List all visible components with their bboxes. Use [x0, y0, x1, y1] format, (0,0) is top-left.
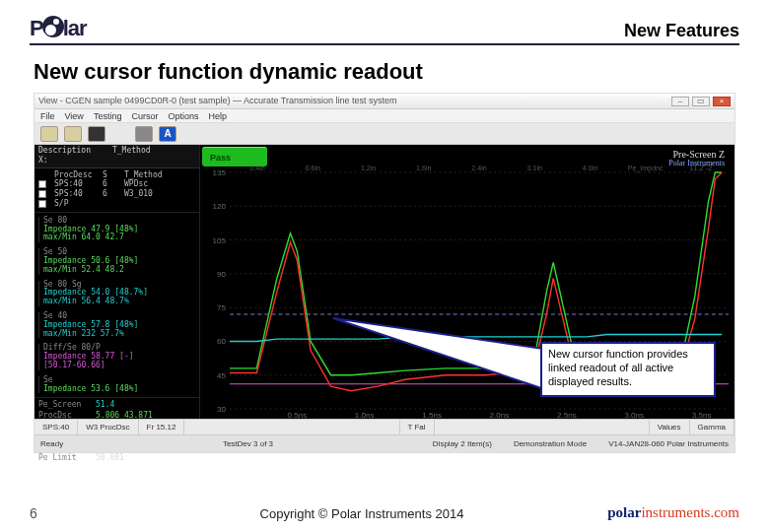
row1-check[interactable] [38, 180, 46, 188]
col-proc: ProcDesc [54, 171, 99, 180]
row3-proc: S/P [54, 200, 99, 209]
svg-text:0.4in: 0.4in [249, 165, 264, 171]
row3-s [103, 200, 120, 209]
menu-view[interactable]: View [65, 109, 84, 122]
f1-0: SPS:40 [35, 420, 78, 434]
svg-text:1.6in: 1.6in [416, 165, 431, 171]
slide-title: New cursor function dynamic readout [34, 61, 739, 83]
svg-text:11.2"-2: 11.2"-2 [690, 165, 713, 171]
row1-s: 6 [103, 180, 120, 189]
menu-testing[interactable]: Testing [94, 109, 122, 122]
process-table: ProcDesc S T_Method SPS:40 6 WPDsc SPS:4… [35, 168, 199, 213]
maximize-button[interactable]: ▭ [692, 97, 710, 106]
status-display: Display 2 Item(s) [433, 435, 492, 452]
row3-method [124, 200, 183, 209]
row2-check[interactable] [38, 190, 46, 198]
left-tab-x: X: [38, 157, 48, 166]
readout-row: Pe_Screen51.4 [38, 401, 195, 410]
slide-root: P lar New Features New cursor function d… [0, 0, 769, 532]
menubar: File View Testing Cursor Options Help [35, 109, 734, 123]
svg-text:135: 135 [212, 168, 226, 177]
svg-text:75: 75 [217, 303, 227, 312]
left-panel: Description T_Method X: ProcDesc S T_Met… [35, 145, 200, 419]
row3-check[interactable] [38, 200, 46, 208]
copyright: Copyright © Polar Instruments 2014 [260, 507, 464, 520]
stat-block: Se 80Impedance 47.9 [48%]max/Min 64.0 42… [38, 217, 195, 242]
svg-text:105: 105 [212, 236, 226, 245]
f1-values: Values [650, 420, 690, 434]
status-testdev: TestDev 3 of 3 [223, 435, 273, 452]
section-label: New Features [624, 22, 739, 39]
window-title-text: View - CGEN sample 0499CD0R-0 (test samp… [38, 97, 396, 105]
folder-open-icon[interactable] [40, 126, 58, 142]
pass-badge: Pass [202, 147, 267, 166]
stat-block: Se 50Impedance 50.6 [48%]max/Min 52.4 48… [38, 248, 195, 274]
close-button[interactable]: × [713, 97, 731, 106]
row2-s: 6 [103, 190, 120, 199]
f1-spacer [184, 420, 399, 434]
stat-block: Diff/Se 80/PImpedance 58.77 [-][50.17-60… [38, 344, 195, 369]
status-mode: Demonstration Mode [514, 435, 587, 452]
callout-box: New cursor function provides linked read… [540, 342, 716, 397]
stat-block: Se 40Impedance 57.8 [48%]max/Min 232 57.… [38, 312, 195, 338]
left-tab-method[interactable]: T_Method [112, 147, 151, 156]
window-titlebar: View - CGEN sample 0499CD0R-0 (test samp… [35, 94, 734, 109]
logo-letter-p: P [30, 18, 43, 39]
f1-4: T Fal [400, 420, 435, 434]
callout-text: New cursor function provides linked read… [548, 348, 688, 387]
svg-text:120: 120 [212, 202, 226, 211]
logo-globe-icon [42, 16, 64, 37]
stat-block: Se 80 SgImpedance 54.0 [48.7%]max/Min 56… [38, 281, 195, 306]
status-ready: Ready [40, 435, 63, 452]
toolbar: A [35, 123, 734, 145]
menu-help[interactable]: Help [208, 109, 227, 122]
svg-text:30: 30 [217, 405, 227, 414]
left-tab-desc[interactable]: Description [38, 147, 91, 156]
brand-url: polarinstruments.com [607, 505, 739, 520]
grey-tool-icon[interactable] [135, 126, 153, 142]
slide-header: P lar New Features [30, 16, 739, 45]
svg-text:45: 45 [217, 371, 227, 380]
status-version: V14-JAN28-060 Polar Instruments [608, 435, 729, 452]
f1-spacer2 [435, 420, 650, 434]
col-check [38, 171, 50, 180]
stat-block: SeImpedance 53.6 [48%] [38, 376, 195, 394]
readout-row: Pe Limit50.081 [38, 454, 195, 463]
row2-method: W3_010 [124, 190, 183, 199]
logo-letters-lar: lar [63, 18, 87, 39]
svg-text:3.1in: 3.1in [527, 165, 542, 171]
row1-method: WPDsc [124, 180, 183, 189]
statusbar: Ready TestDev 3 of 3 Display 2 Item(s) D… [35, 434, 734, 452]
svg-text:1.2in: 1.2in [361, 165, 376, 171]
page-number: 6 [30, 506, 37, 520]
row2-proc: SPS:40 [54, 190, 99, 199]
svg-text:4.0in: 4.0in [583, 165, 597, 171]
svg-text:2.4in: 2.4in [471, 165, 486, 171]
status-strip: SPS:40 W3 ProcDsc Fr 15.12 T Fal Values … [35, 419, 734, 434]
svg-text:Pe_Impdnc: Pe_Impdnc [628, 165, 664, 172]
slide-footer: 6 Copyright © Polar Instruments 2014 pol… [30, 505, 739, 520]
stats-panel: Se 80Impedance 47.9 [48%]max/Min 64.0 42… [35, 213, 199, 398]
f1-1: W3 ProcDsc [78, 420, 138, 434]
callout-pointer [333, 344, 550, 403]
polar-logo: P lar [30, 16, 87, 39]
f1-2: Fr 15.12 [139, 420, 185, 434]
minimize-button[interactable]: – [671, 97, 689, 106]
window-buttons: – ▭ × [671, 97, 731, 106]
camera-icon[interactable] [88, 126, 105, 142]
f1-gamma: Gamma [690, 420, 734, 434]
menu-cursor[interactable]: Cursor [131, 109, 158, 122]
svg-text:60: 60 [217, 337, 227, 346]
svg-text:0.6in: 0.6in [306, 165, 320, 171]
menu-options[interactable]: Options [168, 109, 198, 122]
brand-part2: instruments.com [641, 504, 739, 520]
folder-icon[interactable] [64, 126, 82, 142]
brand-part1: polar [607, 504, 641, 520]
row1-proc: SPS:40 [54, 180, 99, 189]
menu-file[interactable]: File [40, 109, 55, 122]
col-method: T_Method [124, 171, 183, 180]
left-tabs: Description T_Method X: [35, 145, 199, 168]
col-s: S [103, 171, 120, 180]
mode-a-button[interactable]: A [159, 126, 176, 142]
svg-text:90: 90 [217, 270, 227, 279]
